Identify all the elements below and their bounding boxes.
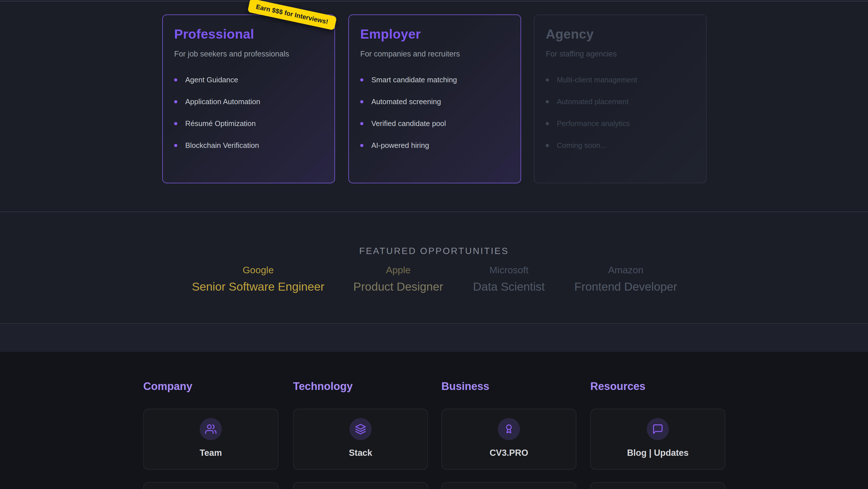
- job-role: Data Scientist: [473, 280, 545, 293]
- bullet-icon: [360, 122, 363, 125]
- bullet-icon: [174, 144, 177, 147]
- chat-icon: [652, 424, 663, 435]
- featured-heading: FEATURED OPPORTUNITIES: [0, 246, 868, 256]
- plan-title: Agency: [546, 26, 695, 42]
- plan-feature-label: AI-powered hiring: [371, 141, 429, 150]
- footer-column-business: Business CV3.PRO: [441, 352, 577, 489]
- bullet-icon: [174, 122, 177, 125]
- plan-feature: Résumé Optimization: [174, 119, 323, 128]
- footer-card-partial[interactable]: [143, 482, 278, 489]
- plan-feature-list: Multi-client management Automated placem…: [546, 76, 695, 150]
- bullet-icon: [546, 144, 549, 147]
- job-role: Product Designer: [353, 280, 443, 293]
- job-company: Apple: [353, 264, 443, 276]
- plan-card-agency: Agency For staffing agencies Multi-clien…: [534, 15, 707, 183]
- plan-feature-list: Smart candidate matching Automated scree…: [360, 76, 509, 150]
- footer-column-resources: Resources Blog | Updates: [590, 352, 725, 489]
- bullet-icon: [174, 100, 177, 103]
- footer-card-label: Stack: [349, 448, 372, 458]
- plan-feature: Coming soon...: [546, 141, 695, 150]
- section-spacer: [0, 324, 868, 352]
- plan-feature-label: Smart candidate matching: [371, 76, 457, 84]
- icon-circle: [200, 418, 222, 440]
- footer-card-stack[interactable]: Stack: [293, 409, 428, 470]
- footer-card-blog[interactable]: Blog | Updates: [590, 409, 725, 470]
- layers-icon: [355, 424, 366, 435]
- plan-feature-label: Automated screening: [371, 97, 441, 106]
- job-role: Frontend Developer: [575, 280, 677, 293]
- plan-feature-label: Résumé Optimization: [185, 119, 256, 128]
- featured-job-apple[interactable]: Apple Product Designer: [353, 264, 443, 293]
- footer: Company Team Technology Stack: [0, 352, 868, 489]
- plan-feature-label: Coming soon...: [557, 141, 607, 150]
- plans-section: Earn $$$ for Interviews! Professional Fo…: [0, 0, 868, 211]
- plan-feature: Agent Guidance: [174, 76, 323, 84]
- footer-column-title: Company: [143, 380, 278, 393]
- featured-opportunities-section: FEATURED OPPORTUNITIES Google Senior Sof…: [0, 211, 868, 324]
- job-role: Senior Software Engineer: [192, 280, 324, 293]
- bullet-icon: [174, 78, 177, 82]
- plan-subtitle: For staffing agencies: [546, 50, 695, 58]
- bullet-icon: [360, 100, 363, 103]
- plan-card-employer[interactable]: Employer For companies and recruiters Sm…: [348, 15, 521, 183]
- plan-feature-list: Agent Guidance Application Automation Ré…: [174, 76, 323, 150]
- featured-job-google[interactable]: Google Senior Software Engineer: [192, 264, 324, 293]
- plan-title: Employer: [360, 26, 509, 42]
- plan-feature-label: Agent Guidance: [185, 76, 238, 84]
- footer-card-partial[interactable]: [293, 482, 428, 489]
- plan-feature: Smart candidate matching: [360, 76, 509, 84]
- plan-feature-label: Blockchain Verification: [185, 141, 259, 150]
- footer-card-label: Blog | Updates: [627, 448, 688, 458]
- footer-column-technology: Technology Stack: [293, 352, 428, 489]
- bullet-icon: [360, 144, 363, 147]
- plan-feature: Application Automation: [174, 97, 323, 106]
- job-company: Amazon: [575, 264, 677, 276]
- plan-feature: Performance analytics: [546, 119, 695, 128]
- bullet-icon: [360, 78, 363, 82]
- job-company: Google: [192, 264, 324, 276]
- plan-feature: Multi-client management: [546, 76, 695, 84]
- plan-feature: Blockchain Verification: [174, 141, 323, 150]
- icon-circle: [647, 418, 669, 440]
- footer-card-team[interactable]: Team: [143, 409, 278, 470]
- bullet-icon: [546, 122, 549, 125]
- footer-card-cv3pro[interactable]: CV3.PRO: [441, 409, 577, 470]
- footer-column-title: Business: [441, 380, 577, 393]
- plan-feature-label: Verified candidate pool: [371, 119, 446, 128]
- plan-title: Professional: [174, 26, 323, 42]
- featured-job-microsoft[interactable]: Microsoft Data Scientist: [473, 264, 545, 293]
- plan-feature: Automated placement: [546, 97, 695, 106]
- plan-subtitle: For job seekers and professionals: [174, 50, 323, 58]
- icon-circle: [498, 418, 520, 440]
- plan-feature-label: Multi-client management: [557, 76, 637, 84]
- job-company: Microsoft: [473, 264, 545, 276]
- users-icon: [205, 424, 216, 435]
- plan-feature: Verified candidate pool: [360, 119, 509, 128]
- plan-card-professional[interactable]: Professional For job seekers and profess…: [162, 15, 335, 183]
- featured-job-amazon[interactable]: Amazon Frontend Developer: [575, 264, 677, 293]
- icon-circle: [349, 418, 372, 440]
- award-icon: [503, 424, 515, 435]
- footer-column-title: Technology: [293, 380, 428, 393]
- plan-feature-label: Application Automation: [185, 97, 260, 106]
- footer-column-company: Company Team: [143, 352, 278, 489]
- footer-card-partial[interactable]: [590, 482, 725, 489]
- bullet-icon: [546, 78, 549, 82]
- footer-card-label: Team: [200, 448, 222, 458]
- bullet-icon: [546, 100, 549, 103]
- plan-subtitle: For companies and recruiters: [360, 50, 509, 58]
- plan-feature-label: Performance analytics: [557, 119, 630, 128]
- footer-card-label: CV3.PRO: [490, 448, 528, 458]
- plan-feature: Automated screening: [360, 97, 509, 106]
- footer-column-title: Resources: [590, 380, 725, 393]
- plan-feature: AI-powered hiring: [360, 141, 509, 150]
- footer-card-partial[interactable]: [441, 482, 577, 489]
- plan-feature-label: Automated placement: [557, 97, 628, 106]
